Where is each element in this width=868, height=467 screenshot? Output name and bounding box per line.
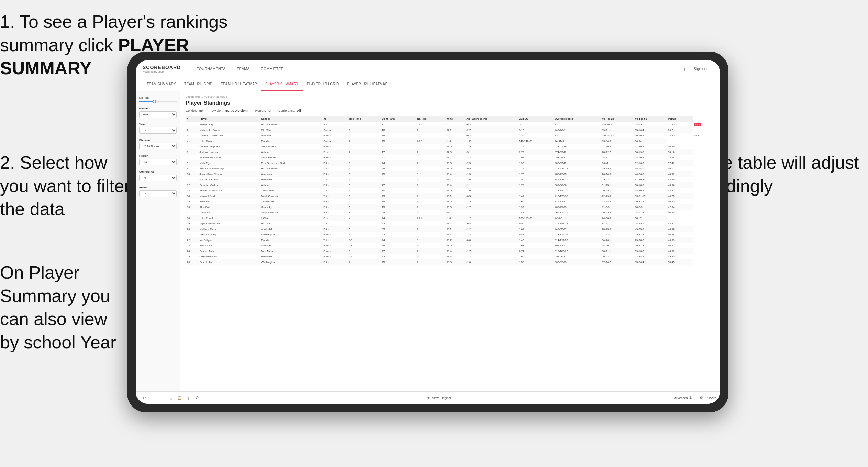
watch-label[interactable]: Watch — [677, 396, 688, 400]
nav-teams[interactable]: TEAMS — [231, 60, 255, 78]
table-cell: 1 — [415, 232, 445, 237]
table-row: 16Alex GoffKentuckyFifth819068.3-1.71.92… — [186, 204, 715, 210]
table-cell: 4-18-0 — [553, 215, 600, 221]
table-cell: North Florida — [260, 155, 322, 160]
table-row: 26Petr HrubyWashingtonFifth725068.6-1.81… — [186, 259, 715, 265]
table-cell: 5 — [348, 182, 380, 188]
table-cell: UCLA — [260, 215, 322, 221]
table-cell: 9 — [186, 166, 198, 171]
table-cell: 605-96-38 — [553, 182, 600, 188]
table-cell: 68.2 — [415, 138, 445, 144]
table-row: 23Jack LundinMissouriFourth1124068.6-2.3… — [186, 243, 715, 248]
table-cell: Fifth — [322, 182, 348, 188]
table-cell: 84 — [380, 133, 415, 138]
table-cell: 466-172-16 — [553, 210, 600, 215]
table-cell: 4 — [348, 215, 380, 221]
table-cell: 30 — [380, 188, 415, 193]
table-cell: 69.1 — [445, 232, 465, 237]
view-label[interactable]: View: Original — [432, 396, 451, 400]
copy-icon[interactable]: ⎘ — [168, 395, 174, 401]
table-cell: Matthew Riedel — [198, 226, 260, 232]
logo-text: SCOREBOARD — [143, 65, 181, 70]
paste-icon[interactable]: 📋 — [177, 395, 183, 401]
table-cell: 6 — [348, 188, 380, 193]
table-row: 9Preston SummerhaysArizona StateThird324… — [186, 166, 715, 171]
subnav-team-summary[interactable]: TEAM SUMMARY — [143, 78, 180, 91]
download-icon[interactable]: ⬇ — [688, 395, 694, 401]
table-cell: 69.2 — [445, 221, 465, 226]
watch-area[interactable]: 👁 Watch — [678, 395, 684, 401]
conference-select[interactable]: (All) — [139, 175, 177, 181]
table-cell: 14-20-1 — [601, 243, 634, 248]
table-cell: East Tennessee State — [260, 160, 322, 166]
table-cell: 20-25-6 — [601, 226, 634, 232]
sign-out-link[interactable]: Sign out — [688, 60, 713, 78]
table-cell: Fourth — [322, 155, 348, 160]
subnav-team-h2h-grid[interactable]: TEAM H2H GRID — [180, 78, 216, 91]
table-cell: 24-58-0 — [601, 215, 634, 221]
table-cell: 27-10-2 — [601, 144, 634, 149]
subnav-player-h2h-heatmap[interactable]: PLAYER H2H HEATMAP — [343, 78, 392, 91]
table-cell: 69.0 — [445, 166, 465, 171]
table-cell: 68.3 — [445, 160, 465, 166]
table-cell: Petr Hruby — [198, 259, 260, 265]
table-cell: 68.7 — [445, 177, 465, 182]
table-cell: David Ford — [198, 210, 260, 215]
nav-committee[interactable]: COMMITTEE — [255, 60, 289, 78]
sidebar-year: Year (All) — [139, 123, 177, 134]
table-cell: 10 — [186, 171, 198, 177]
table-cell: 13 — [186, 188, 198, 193]
table-cell: 0 — [415, 259, 445, 265]
table-cell: 1.98 — [465, 138, 518, 144]
slider-thumb[interactable] — [152, 100, 156, 103]
year-label: Year — [139, 123, 177, 126]
table-row: 14Maxwell FordNorth CarolinaThird123069.… — [186, 193, 715, 199]
share-area[interactable]: Share — [709, 395, 715, 401]
table-cell: -1.8 — [445, 215, 465, 221]
table-cell: 47-40-3 — [634, 177, 667, 182]
settings-icon[interactable]: ⚙ — [698, 395, 704, 401]
slider-area[interactable] — [139, 101, 177, 102]
table-cell: 1 — [348, 127, 380, 133]
table-cell: 68.7 — [445, 237, 465, 243]
undo-icon[interactable]: ↩ — [141, 395, 147, 401]
share-label[interactable]: Share — [706, 396, 716, 400]
nav-tournaments[interactable]: TOURNAMENTS — [191, 60, 231, 78]
player-select[interactable]: (All) — [139, 190, 177, 197]
table-cell: 40.02 — [667, 248, 693, 254]
division-select[interactable]: NCAA Division I — [139, 143, 177, 149]
region-select[interactable]: N/A — [139, 159, 177, 165]
table-cell: 19-11-1 — [601, 127, 634, 133]
clock-icon[interactable]: ⏱ — [194, 395, 201, 401]
table-cell: 23 — [380, 193, 415, 199]
redo-icon[interactable]: ↪ — [150, 395, 156, 401]
col-vs-top25: Vs Top 25 — [601, 116, 634, 122]
table-cell: 1 — [415, 166, 445, 171]
table-cell: Mats Ege — [198, 160, 260, 166]
table-cell: 44-64-6 — [634, 166, 667, 171]
table-cell: 68.2 — [445, 155, 465, 160]
table-cell: 42.54 — [667, 204, 693, 210]
table-cell: 7 — [348, 199, 380, 204]
table-row: 22Ian GilliganFloridaThird1024168.7-0.81… — [186, 237, 715, 243]
table-cell: 53-61-10 — [634, 193, 667, 199]
table-cell: 8-21-1 — [601, 221, 634, 226]
table-cell: 5 — [348, 221, 380, 226]
table-cell: 69.1 — [445, 226, 465, 232]
table-cell: 1 — [380, 122, 415, 127]
subnav-team-h2h-heatmap[interactable]: TEAM H2H HEATMAP — [216, 78, 261, 91]
table-cell: Fifth — [322, 204, 348, 210]
logo-sub: Powered by clippi — [143, 70, 181, 73]
table-cell: -1.7 — [465, 204, 518, 210]
table-cell: 46.77 — [667, 166, 693, 171]
subnav-player-h2h-grid[interactable]: PLAYER H2H GRID — [303, 78, 343, 91]
table-cell: 500-155-35 — [518, 215, 554, 221]
gender-select[interactable]: Men — [139, 111, 177, 118]
subnav-player-summary[interactable]: PLAYER SUMMARY — [261, 78, 303, 91]
year-select[interactable]: (All) — [139, 127, 177, 134]
table-cell: Jake Hall — [198, 199, 260, 204]
table-cell: -1.7 — [465, 248, 518, 254]
table-cell: 14-3-3 — [601, 155, 634, 160]
table-cell: 69.0 — [445, 188, 465, 193]
table-cell: Texas A&M — [260, 188, 322, 193]
